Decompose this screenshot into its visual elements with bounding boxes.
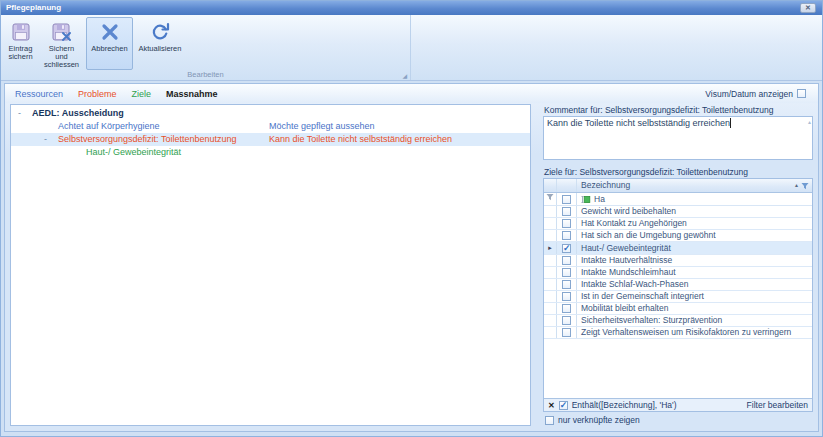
titlebar: Pflegeplanung ✕: [1, 1, 822, 15]
tab-massnahme[interactable]: Massnahme: [166, 89, 218, 99]
comment-label: Kommentar für: Selbstversorgungsdefizit:…: [543, 104, 813, 116]
goal-row[interactable]: Intakte Schlaf-Wach-Phasen: [544, 279, 812, 291]
goal-checkbox[interactable]: [562, 304, 571, 313]
tree-item-label: Achtet auf Körperhygiene: [58, 120, 160, 133]
goal-checkbox[interactable]: [562, 280, 571, 289]
refresh-button[interactable]: Aktualisieren: [134, 17, 186, 70]
goal-checkbox-cell[interactable]: [557, 279, 577, 290]
goal-row[interactable]: Zeigt Verhaltensweisen um Risikofaktoren…: [544, 327, 812, 339]
goal-row[interactable]: Gewicht wird beibehalten: [544, 206, 812, 218]
row-indicator: [544, 291, 557, 302]
filter-row-indicator: [544, 193, 557, 205]
goal-checkbox[interactable]: [562, 207, 571, 216]
pflegeplanung-window: Pflegeplanung ✕ Eintrag sichern: [0, 0, 823, 437]
tree-item-detail: Möchte gepflegt aussehen: [269, 120, 375, 133]
sort-asc-icon[interactable]: ▲: [794, 179, 799, 192]
window-title: Pflegeplanung: [6, 3, 61, 12]
goal-checkbox-cell[interactable]: [557, 206, 577, 217]
cancel-label: Abbrechen: [91, 45, 127, 53]
goal-checkbox-cell[interactable]: [557, 218, 577, 229]
goals-grid: Bezeichnung ▲: [543, 178, 813, 412]
cancel-button[interactable]: Abbrechen: [86, 17, 133, 70]
visum-datum-checkbox[interactable]: [797, 89, 806, 98]
row-indicator: [544, 279, 557, 290]
save-icon: [11, 20, 31, 44]
goal-row[interactable]: Ist in der Gemeinschaft integriert: [544, 291, 812, 303]
refresh-icon: [150, 20, 170, 44]
linked-only-label: nur verknüpfte zeigen: [558, 415, 640, 425]
tree-row[interactable]: Haut-/ Gewebeintegrität: [11, 146, 530, 159]
grid-header-row: Bezeichnung ▲: [544, 179, 812, 193]
tree-row[interactable]: Achtet auf Körperhygiene Möchte gepflegt…: [11, 120, 530, 133]
visum-datum-toggle[interactable]: Visum/Datum anzeigen: [705, 89, 806, 99]
tree-item-label: AEDL: Ausscheidung: [32, 107, 124, 120]
goal-checkbox-cell[interactable]: [557, 255, 577, 266]
filter-funnel-icon[interactable]: [801, 182, 809, 190]
tree-item-detail: Kann die Toilette nicht selbstständig er…: [269, 133, 452, 146]
goal-label: Intakte Mundschleimhaut: [577, 267, 812, 278]
cancel-x-icon: [100, 20, 120, 44]
contains-filter-icon[interactable]: [581, 195, 591, 204]
visum-datum-label: Visum/Datum anzeigen: [705, 89, 793, 99]
filter-value-text: Ha: [594, 194, 605, 205]
goal-checkbox-cell[interactable]: [557, 267, 577, 278]
comment-text: Kann die Toilette nicht selbstständig er…: [547, 118, 730, 128]
grid-empty-area: [544, 339, 812, 398]
goal-row[interactable]: ▸ Haut-/ Gewebeintegrität: [544, 242, 812, 255]
close-icon[interactable]: ✕: [800, 3, 816, 13]
goal-checkbox[interactable]: [562, 244, 571, 253]
filter-enabled-checkbox[interactable]: [559, 401, 568, 410]
goal-checkbox[interactable]: [562, 292, 571, 301]
goal-checkbox-cell[interactable]: [557, 303, 577, 314]
goal-checkbox-cell[interactable]: [557, 242, 577, 254]
edit-filter-link[interactable]: Filter bearbeiten: [747, 400, 808, 410]
goal-checkbox[interactable]: [562, 328, 571, 337]
goal-checkbox[interactable]: [562, 231, 571, 240]
goal-label: Gewicht wird beibehalten: [577, 206, 812, 217]
filter-value-cell[interactable]: Ha: [577, 193, 812, 205]
tree-expander-icon[interactable]: -: [18, 107, 21, 120]
filter-expression: Enthält([Bezeichnung], 'Ha'): [572, 400, 677, 410]
header-indicator-cell: [544, 179, 557, 192]
goal-row[interactable]: Sicherheitsverhalten: Sturzprävention: [544, 315, 812, 327]
goal-checkbox[interactable]: [562, 219, 571, 228]
goal-checkbox-cell[interactable]: [557, 315, 577, 326]
goal-row[interactable]: Hat sich an die Umgebung gewöhnt: [544, 230, 812, 242]
column-header-text: Bezeichnung: [581, 179, 630, 192]
goal-row[interactable]: Mobilität bleibt erhalten: [544, 303, 812, 315]
ribbon-group-bearbeiten: Eintrag sichern Sichern und schliessen: [1, 15, 411, 80]
tab-ziele[interactable]: Ziele: [132, 89, 152, 99]
goal-row[interactable]: Intakte Hautverhältnisse: [544, 255, 812, 267]
header-checkbox-cell: [557, 179, 577, 192]
linked-only-toggle[interactable]: nur verknüpfte zeigen: [543, 412, 813, 426]
save-entry-button[interactable]: Eintrag sichern: [4, 17, 37, 70]
row-indicator: [544, 255, 557, 266]
goal-checkbox-cell[interactable]: [557, 327, 577, 338]
goal-row[interactable]: Intakte Mundschleimhaut: [544, 267, 812, 279]
column-header-bezeichnung[interactable]: Bezeichnung ▲: [577, 179, 812, 192]
goal-row[interactable]: Hat Kontakt zu Angehörigen: [544, 218, 812, 230]
goal-checkbox[interactable]: [562, 268, 571, 277]
dialog-launcher-icon[interactable]: ◢: [402, 72, 407, 79]
auto-filter-row[interactable]: Ha: [544, 193, 812, 206]
tree-row[interactable]: - AEDL: Ausscheidung: [11, 107, 530, 120]
goal-checkbox-cell[interactable]: [557, 230, 577, 241]
tab-strip: Ressourcen Probleme Ziele Massnahme Visu…: [5, 84, 818, 103]
goal-checkbox[interactable]: [562, 256, 571, 265]
row-indicator: [544, 230, 557, 241]
tree-item-label: Selbstversorgungsdefizit: Toilettenbenut…: [58, 133, 236, 146]
goal-checkbox[interactable]: [562, 316, 571, 325]
tab-probleme[interactable]: Probleme: [78, 89, 117, 99]
comment-textarea[interactable]: Kann die Toilette nicht selbstständig er…: [543, 116, 813, 160]
row-indicator: [544, 206, 557, 217]
filter-checkbox-cell[interactable]: [557, 193, 577, 205]
goal-checkbox-cell[interactable]: [557, 291, 577, 302]
save-and-close-label: Sichern und schliessen: [42, 45, 81, 69]
remove-filter-icon[interactable]: ✕: [548, 401, 555, 410]
row-indicator: [544, 327, 557, 338]
linked-only-checkbox[interactable]: [545, 416, 554, 425]
tree-expander-icon[interactable]: -: [44, 133, 47, 146]
tab-ressourcen[interactable]: Ressourcen: [15, 89, 63, 99]
save-and-close-button[interactable]: Sichern und schliessen: [38, 17, 85, 70]
tree-row[interactable]: - Selbstversorgungsdefizit: Toilettenben…: [11, 133, 530, 146]
